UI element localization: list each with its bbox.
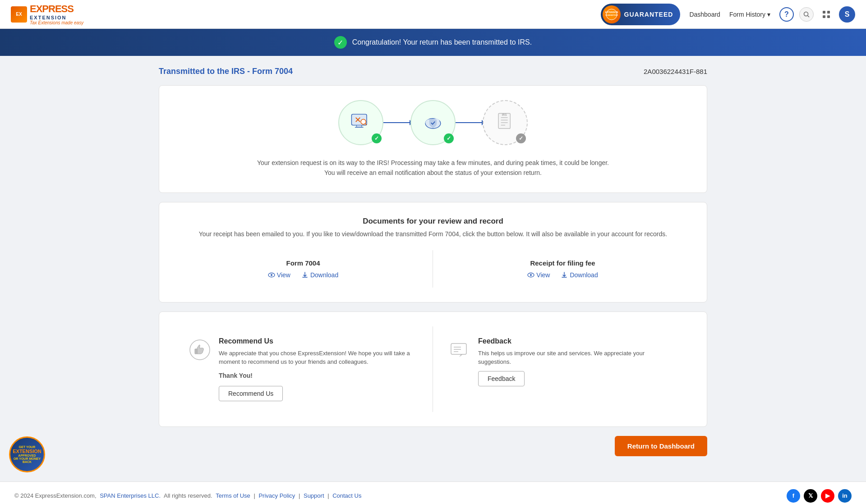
documents-subtitle: Your receipt has been emailed to you. If… (174, 230, 692, 238)
money-back-stamp: GET YOUR EXTENSION APPROVED OR YOUR MONE… (9, 436, 45, 472)
feedback-section: Feedback This helps us improve our site … (433, 326, 692, 412)
receipt-view-link[interactable]: View (527, 271, 550, 279)
success-check-icon: ✓ (334, 36, 347, 49)
download-icon (301, 271, 309, 279)
linkedin-icon[interactable]: in (838, 489, 852, 503)
footer-privacy-link[interactable]: Privacy Policy (258, 492, 295, 499)
feedback-description: This helps us improve our site and servi… (478, 349, 678, 367)
receipt-item: Receipt for filing fee View (433, 250, 692, 288)
success-text: Congratulation! Your return has been tra… (352, 38, 532, 46)
svg-point-26 (271, 274, 272, 276)
logo-text: EXPRESS EXTENSION Tax Extensions made ea… (30, 3, 83, 25)
form-7004-view-link[interactable]: View (268, 271, 290, 279)
svg-text:GUARANTEED: GUARANTEED (605, 14, 618, 16)
help-button[interactable]: ? (779, 7, 794, 22)
return-to-dashboard-button[interactable]: Return to Dashboard (615, 436, 707, 456)
logo-express-label: EXPRESS (30, 3, 83, 15)
page-title: Transmitted to the IRS - Form 7004 (159, 67, 293, 76)
step-1-icon (348, 110, 373, 135)
success-banner: ✓ Congratulation! Your return has been t… (0, 29, 866, 56)
form-7004-item: Form 7004 View Downloa (174, 250, 433, 288)
footer-contact-link[interactable]: Contact Us (332, 492, 361, 499)
recommend-description: We appreciate that you chose ExpressExte… (219, 349, 418, 367)
footer-copyright: © 2024 ExpressExtension.com, SPAN Enterp… (14, 492, 363, 499)
svg-rect-31 (451, 344, 466, 354)
recommend-section: Recommend Us We appreciate that you chos… (174, 326, 433, 412)
grid-button[interactable] (819, 7, 834, 22)
nav-dashboard[interactable]: Dashboard (689, 11, 720, 18)
chevron-down-icon: ▾ (767, 11, 770, 18)
svg-rect-8 (827, 15, 830, 18)
youtube-icon[interactable]: ▶ (821, 489, 834, 503)
step-2-check: ✓ (444, 133, 454, 143)
svg-rect-6 (827, 11, 830, 14)
receipt-title: Receipt for filing fee (530, 259, 595, 267)
svg-point-3 (804, 12, 808, 16)
form-7004-title: Form 7004 (286, 259, 320, 267)
form-id: 2A0036224431F-881 (644, 68, 707, 75)
step-arrow-1 (383, 122, 410, 123)
download-icon-2 (561, 271, 568, 279)
step-3-check: ✓ (516, 133, 526, 143)
recommend-title: Recommend Us (219, 337, 418, 345)
logo: EX EXPRESS EXTENSION Tax Extensions made… (11, 3, 83, 25)
steps-row: ✓ ✓ (174, 100, 692, 145)
main-content: Transmitted to the IRS - Form 7004 2A003… (144, 56, 722, 481)
rf-grid: Recommend Us We appreciate that you chos… (174, 326, 692, 412)
steps-card: ✓ ✓ (159, 85, 707, 193)
footer-social: f 𝕏 ▶ in (787, 489, 852, 503)
feedback-button[interactable]: Feedback (478, 371, 525, 386)
step-3-icon: IRS (493, 110, 518, 135)
svg-text:EXTENSION: EXTENSION (605, 11, 618, 14)
form-7004-download-link[interactable]: Download (301, 271, 338, 279)
twitter-icon[interactable]: 𝕏 (804, 489, 817, 503)
facebook-icon[interactable]: f (787, 489, 800, 503)
page-header: Transmitted to the IRS - Form 7004 2A003… (159, 67, 707, 76)
logo-icon: EX (11, 6, 27, 23)
feedback-icon-wrap (447, 337, 471, 361)
recommend-feedback-card: Recommend Us We appreciate that you chos… (159, 312, 707, 427)
documents-grid: Form 7004 View Downloa (174, 250, 692, 288)
step-2-circle: ✓ (410, 100, 456, 145)
feedback-content: Feedback This helps us improve our site … (478, 337, 678, 401)
return-row: Return to Dashboard (159, 436, 707, 456)
nav-form-history[interactable]: Form History ▾ (729, 11, 770, 18)
eye-icon-2 (527, 271, 534, 279)
avatar-button[interactable]: S (839, 6, 855, 23)
search-icon (803, 11, 810, 18)
eye-icon (268, 271, 275, 279)
step-1-check: ✓ (372, 133, 382, 143)
recommend-button[interactable]: Recommend Us (219, 386, 283, 401)
recommend-icon-wrap (188, 337, 212, 361)
thumbs-up-icon (189, 339, 211, 361)
site-header: EX EXPRESS EXTENSION Tax Extensions made… (0, 0, 866, 29)
step-3-circle: IRS ✓ (483, 100, 528, 145)
documents-title: Documents for your review and record (174, 217, 692, 226)
svg-line-4 (808, 15, 810, 17)
documents-card: Documents for your review and record You… (159, 202, 707, 302)
feedback-icon (448, 339, 470, 361)
logo-extension-label: EXTENSION (30, 15, 83, 20)
guaranteed-label: GUARANTEED (624, 11, 673, 18)
site-footer: © 2024 ExpressExtension.com, SPAN Enterp… (0, 481, 866, 504)
step-arrow-2 (456, 122, 483, 123)
step-2-icon (420, 110, 446, 135)
steps-description: Your extension request is on its way to … (253, 158, 613, 178)
svg-rect-30 (195, 349, 197, 354)
receipt-download-link[interactable]: Download (561, 271, 598, 279)
footer-links: Terms of Use | Privacy Policy | Support … (214, 492, 363, 499)
svg-rect-10 (357, 125, 362, 128)
form-7004-actions: View Download (268, 271, 338, 279)
recommend-thankyou: Thank You! (219, 371, 418, 380)
step-1-circle: ✓ (338, 100, 383, 145)
svg-point-28 (530, 274, 532, 276)
footer-company-link[interactable]: SPAN Enterprises LLC. (100, 492, 161, 499)
footer-terms-link[interactable]: Terms of Use (216, 492, 250, 499)
logo-tagline-label: Tax Extensions made easy (30, 20, 83, 25)
recommend-content: Recommend Us We appreciate that you chos… (219, 337, 418, 401)
search-button[interactable] (799, 7, 814, 22)
feedback-title: Feedback (478, 337, 678, 345)
svg-rect-5 (823, 11, 825, 14)
guaranteed-circle-icon: EXTENSION GUARANTEED (603, 5, 621, 23)
footer-support-link[interactable]: Support (304, 492, 324, 499)
